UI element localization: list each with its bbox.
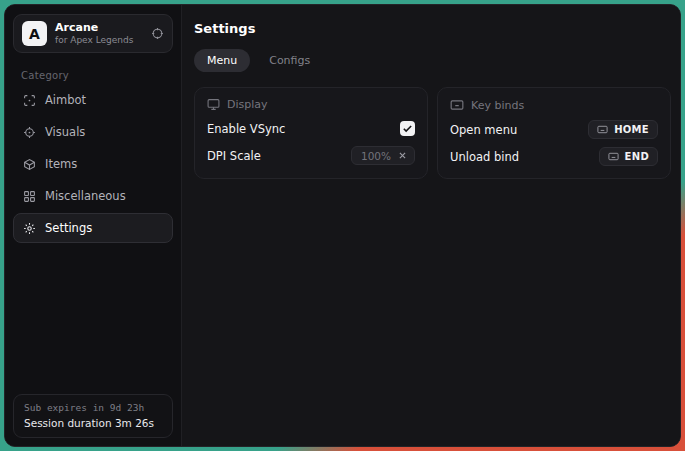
sidebar-item-label: Items <box>45 157 77 171</box>
open-menu-row: Open menu HOME <box>450 120 658 139</box>
dpi-row: DPI Scale 100% <box>207 146 415 165</box>
sidebar-item-label: Visuals <box>45 125 85 139</box>
vsync-checkbox[interactable] <box>400 121 415 136</box>
monitor-icon <box>207 98 220 111</box>
clear-icon[interactable] <box>398 151 407 160</box>
category-label: Category <box>21 70 181 81</box>
unload-keybind[interactable]: END <box>599 147 658 166</box>
keybinds-card-header: Key binds <box>450 98 658 112</box>
main-content: Settings Menu Configs Display Enable VSy… <box>182 5 681 446</box>
open-menu-keybind[interactable]: HOME <box>588 120 658 139</box>
dpi-scale-input[interactable]: 100% <box>351 146 415 165</box>
session-duration-text: Session duration 3m 26s <box>24 417 162 429</box>
sidebar-nav: Aimbot Visuals Items <box>5 85 181 243</box>
sub-expiry-text: Sub expires in 9d 23h <box>24 402 162 413</box>
subscription-box: Sub expires in 9d 23h Session duration 3… <box>13 394 173 438</box>
arcane-logo: A <box>22 21 47 46</box>
vsync-row: Enable VSync <box>207 119 415 138</box>
display-card: Display Enable VSync DPI Scale 100% <box>194 87 428 179</box>
dpi-scale-value: 100% <box>361 150 391 162</box>
gear-icon <box>23 222 36 235</box>
keyboard-icon <box>608 151 619 162</box>
keyboard-icon <box>597 124 608 135</box>
brand-card[interactable]: A Arcane for Apex Legends <box>13 14 173 53</box>
brand-subtitle: for Apex Legends <box>55 35 143 46</box>
keyboard-icon <box>450 98 464 112</box>
sidebar-item-label: Settings <box>45 221 92 235</box>
sidebar: A Arcane for Apex Legends Category <box>5 5 182 446</box>
brand-name: Arcane <box>55 21 143 35</box>
keybinds-card-title: Key binds <box>471 99 524 112</box>
box-icon <box>23 158 36 171</box>
tab-configs[interactable]: Configs <box>256 49 323 72</box>
unload-bind-row: Unload bind END <box>450 147 658 166</box>
sidebar-spacer <box>5 243 181 386</box>
sidebar-item-visuals[interactable]: Visuals <box>13 117 173 147</box>
display-card-title: Display <box>227 98 268 111</box>
app-window: A Arcane for Apex Legends Category <box>4 4 681 447</box>
sidebar-item-miscellaneous[interactable]: Miscellaneous <box>13 181 173 211</box>
crosshair-icon <box>23 94 36 107</box>
page-title: Settings <box>194 21 671 36</box>
focus-eye-icon <box>23 126 36 139</box>
grid-icon <box>23 190 36 203</box>
unload-bind-label: Unload bind <box>450 150 519 164</box>
unload-key: END <box>625 151 649 162</box>
keybinds-card: Key binds Open menu HOME Unload bind <box>437 87 671 179</box>
sidebar-item-aimbot[interactable]: Aimbot <box>13 85 173 115</box>
brand-text: Arcane for Apex Legends <box>55 21 143 46</box>
settings-cards: Display Enable VSync DPI Scale 100% <box>194 87 671 179</box>
sidebar-item-items[interactable]: Items <box>13 149 173 179</box>
open-menu-label: Open menu <box>450 123 517 137</box>
dpi-label: DPI Scale <box>207 149 261 163</box>
display-card-header: Display <box>207 98 415 111</box>
open-menu-key: HOME <box>614 124 649 135</box>
sidebar-item-settings[interactable]: Settings <box>13 213 173 243</box>
tab-bar: Menu Configs <box>194 49 671 72</box>
sidebar-item-label: Aimbot <box>45 93 86 107</box>
crosshair-target-icon[interactable] <box>151 27 164 40</box>
vsync-label: Enable VSync <box>207 122 285 136</box>
sidebar-item-label: Miscellaneous <box>45 189 126 203</box>
tab-menu[interactable]: Menu <box>194 49 250 72</box>
